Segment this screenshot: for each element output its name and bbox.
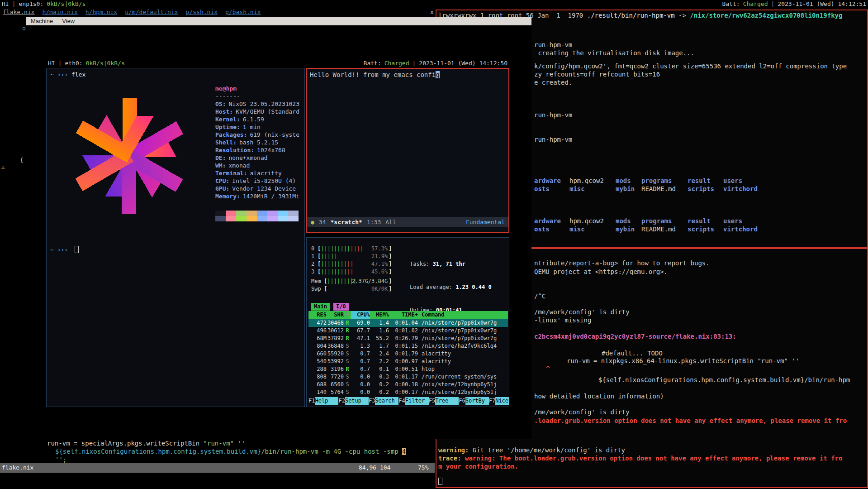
menu-view[interactable]: View: [62, 18, 75, 24]
swap-meter: Swp[0K/0K]: [311, 285, 392, 293]
tab-main-nix[interactable]: h/main.nix: [42, 9, 77, 15]
ls-output-row: ardware hpm.qcow2 mods programs result u…: [534, 177, 742, 185]
code-text: run-vm = specialArgs.pkgs.writeScriptBin: [47, 440, 204, 447]
file-name: hpm.qcow2: [569, 177, 616, 185]
tab-main[interactable]: Main: [311, 303, 330, 311]
string-literal: /bin/run-hpm-vm -m 4G -cpu host -smp: [261, 448, 402, 455]
emacs-buffer-text: Hello World!! from my emacs config: [310, 71, 440, 79]
htop-tabs: Main I/O: [311, 303, 349, 311]
process-row[interactable]: 49630612R67.71.60:01.02/nix/store/p7pp0i…: [308, 327, 508, 335]
col-res[interactable]: RES: [308, 311, 327, 319]
net-rate: 0kB/s|0kB/s: [47, 0, 85, 7]
col-cpu-sorted[interactable]: CPU%: [351, 311, 370, 319]
major-mode: Fundamental: [466, 219, 505, 225]
terminal-line: ntribute/report-a-bug> for how to report…: [534, 259, 710, 267]
htop-process-list: 47230468R69.01.40:01.04/nix/store/p7pp0i…: [308, 319, 508, 396]
process-row[interactable]: 8087720S0.00.30:01.17/run/current-system…: [308, 373, 508, 381]
cpu-meter-0: 0[|||||||||||||57.3%]: [311, 245, 392, 253]
menu-machine[interactable]: Machine: [31, 18, 53, 24]
tab-bash-nix[interactable]: p/bash.nix: [225, 9, 261, 15]
prompt-arrows: ›››: [57, 246, 68, 253]
info-shell: Shell:bash 5.2.15: [215, 139, 302, 146]
process-row[interactable]: 66055920S0.72.40:01.79alacritty: [308, 350, 508, 358]
vim-status-line: flake.nix 84,96-104 75%: [0, 463, 435, 473]
palette-swatch: [267, 211, 278, 216]
palette-swatch: [226, 216, 236, 221]
col-shr[interactable]: SHR: [327, 311, 344, 319]
fkey-tree-button[interactable]: Tree: [435, 397, 459, 405]
battery-clock: Batt: Charged | 2023-11-01 (Wed) 14:12:5…: [722, 0, 866, 7]
fkey-label: F3: [369, 397, 375, 405]
qemu-window[interactable]: Machine View HI | eth0: 0kB/s|0kB/s Batt…: [26, 17, 531, 439]
col-command[interactable]: Command: [422, 311, 508, 319]
vm-terminal-window[interactable]: ~ ››› flex me@hpm: [46, 68, 305, 407]
dir-name: mybin: [616, 185, 641, 193]
vim-cursor: 4: [402, 448, 406, 455]
terminal-line: k/config/hpm.qcow2', fmt=qcow2 cluster_s…: [534, 62, 847, 70]
process-row[interactable]: 80436848S1.31.70:01.15/nix/store/ha2fv9k…: [308, 342, 508, 350]
fkey-label: F7: [489, 397, 495, 405]
info-memory: Memory:1420MiB / 3931Mi: [215, 192, 302, 200]
iface-label: eth0:: [65, 60, 82, 67]
tab-flake-nix[interactable]: flake.nix: [3, 9, 34, 15]
fkey-search-button[interactable]: Search: [375, 397, 398, 405]
cursor-position: 84,96-104: [359, 464, 390, 471]
memory-meter: Mem[|||||||||2.37G/3.84G]: [311, 278, 392, 285]
separator: |: [12, 0, 16, 7]
palette-swatch: [236, 216, 247, 221]
htop-table-header: RES SHR S CPU% MEM% TIME+ Command: [308, 311, 508, 319]
fkey-setup-button[interactable]: Setup: [345, 397, 369, 405]
fkey-nice-button[interactable]: Nice: [495, 397, 509, 405]
ls-output-row: osts misc mybin README.md scripts virtch…: [534, 225, 758, 233]
htop-meters: 0[|||||||||||||57.3%] 1[|||||21.9%] 2[||…: [311, 245, 392, 293]
editor-edge-fragment: {: [20, 156, 24, 164]
prompt-path: ~: [50, 246, 54, 253]
tab-ssh-nix[interactable]: p/ssh.nix: [186, 9, 218, 15]
tab-hpm-nix[interactable]: h/hpm.nix: [85, 9, 117, 15]
terminal-line: zy_refcounts=off refcount_bits=16: [534, 70, 660, 78]
process-row[interactable]: 68M37892R47.155.20:26.79/nix/store/p7pp0…: [308, 335, 508, 342]
process-row[interactable]: 2883196R0.70.10:00.51htop: [308, 365, 508, 373]
dir-name: scripts: [688, 185, 723, 193]
emacs-window[interactable]: Hello World!! from my emacs config ● 34 …: [306, 68, 509, 233]
datetime: 2023-11-01 (Wed) 14:12:50: [419, 60, 508, 67]
htop-function-keys: F1Help F2Setup F3Search F4Filter F5Tree …: [308, 397, 509, 405]
fkey-help-button[interactable]: Help: [315, 397, 338, 405]
process-row[interactable]: 47230468R69.01.40:01.04/nix/store/p7pp0i…: [308, 319, 508, 327]
dir-name: osts: [534, 225, 569, 233]
process-row[interactable]: 1405764S0.00.20:00.17/nix/store/12bynbp6…: [308, 388, 508, 396]
dir-name: misc: [569, 225, 616, 233]
terminal-line: QEMU project at <https://qemu.org>.: [534, 268, 668, 276]
fkey-label: F2: [338, 397, 345, 405]
terminal-line: run-hpm-vm: [534, 41, 572, 49]
close-icon[interactable]: x: [430, 9, 434, 15]
col-time[interactable]: TIME+: [389, 311, 418, 319]
error-line: .loader.grub.version option does not hav…: [534, 417, 847, 425]
battery-label: Batt:: [722, 0, 740, 7]
fkey-filter-button[interactable]: Filter: [405, 397, 429, 405]
warning-prefix: warning:: [438, 446, 469, 454]
datetime: 2023-11-01 (Wed) 14:12:51: [778, 0, 866, 7]
htop-window[interactable]: 0[|||||||||||||57.3%] 1[|||||21.9%] 2[||…: [306, 237, 509, 407]
vm-status-bar: HI | eth0: 0kB/s|0kB/s Batt: Charged | 2…: [46, 59, 509, 67]
vm-display[interactable]: HI | eth0: 0kB/s|0kB/s Batt: Charged | 2…: [46, 59, 509, 407]
info-gpu: GPU:Vendor 1234 Device: [215, 185, 302, 192]
tab-default-nix[interactable]: u/m/default.nix: [125, 9, 178, 15]
editor-edge-fragment: o: [22, 24, 26, 32]
hostname: HI: [48, 60, 55, 67]
palette-swatch: [288, 211, 299, 216]
col-mem[interactable]: MEM%: [370, 311, 389, 319]
terminal-line: /^C: [534, 292, 545, 300]
terminal-line: /me/work/config' is dirty: [534, 408, 630, 416]
process-row[interactable]: 6886560S0.00.20:00.18/nix/store/12bynbp6…: [308, 381, 508, 388]
info-uptime: Uptime:1 min: [215, 123, 302, 131]
col-state[interactable]: S: [344, 311, 351, 319]
tab-io[interactable]: I/O: [333, 303, 349, 311]
separator: |: [58, 60, 62, 67]
fkey-sortby-button[interactable]: SortBy: [465, 397, 489, 405]
palette-swatch: [226, 211, 236, 216]
dir-name: programs: [641, 217, 688, 225]
dir-name: mods: [616, 217, 641, 225]
process-row[interactable]: 54053992S0.72.20:00.97alacritty: [308, 358, 508, 365]
caret-marker: ^: [546, 364, 550, 373]
